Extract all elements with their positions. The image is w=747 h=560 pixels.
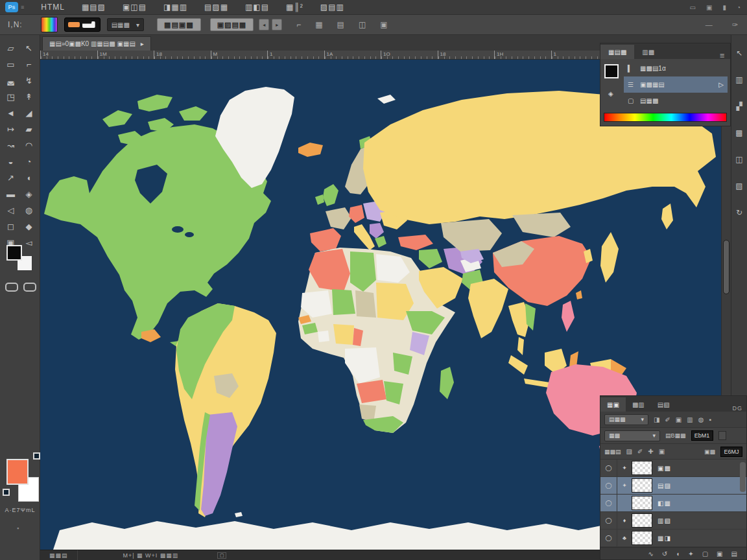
blur-tool[interactable]: ◒	[2, 154, 20, 170]
color-spectrum-bar[interactable]	[604, 113, 727, 122]
blend-mode-dropdown[interactable]: ▦▩ ▾	[604, 430, 660, 441]
menu-item[interactable]: ▤▨▦	[204, 3, 228, 12]
lock-all-icon[interactable]: ▣	[659, 448, 665, 455]
panel-tab[interactable]: ▩▥	[626, 397, 651, 412]
layer-thumbnail[interactable]	[632, 461, 652, 475]
mode-button[interactable]: ▦▤▣▩	[157, 18, 201, 31]
magnet-icon[interactable]: ⌐	[296, 20, 301, 29]
layer-visibility-icon[interactable]: ◯	[600, 477, 617, 494]
edit-toolbar-tool[interactable]: ◆	[20, 218, 38, 235]
default-colors-icon[interactable]	[3, 489, 10, 496]
pen-tool[interactable]: ↗	[2, 170, 20, 186]
panel-tab[interactable]: ▥▩	[634, 45, 662, 59]
history-item[interactable]: ▢ ▤▦▩	[624, 93, 728, 109]
layer-mask-icon[interactable]: ◖	[676, 550, 680, 557]
quick-select-tool[interactable]: ◛	[2, 73, 20, 89]
layer-name[interactable]: ▥▧	[658, 517, 671, 524]
delete-layer-icon[interactable]: ▤	[731, 550, 737, 557]
layer-thumbnail[interactable]	[632, 513, 652, 528]
pen-nib-icon[interactable]: ✑	[732, 21, 738, 29]
layers-menu-icon[interactable]: DG	[733, 405, 743, 412]
close-icon[interactable]: ◔	[737, 4, 741, 11]
dash-icon[interactable]: —	[706, 21, 713, 29]
folder-panel-icon[interactable]: ▧	[733, 180, 746, 192]
layer-row[interactable]: ◯ ◧▦	[600, 495, 746, 512]
frame-tool[interactable]: ◳	[2, 89, 20, 105]
zoom-level[interactable]: ▦▩▤	[40, 550, 78, 560]
layer-row[interactable]: ◯ ✦ ▣▩	[600, 460, 746, 477]
layer-thumbnail[interactable]	[632, 496, 652, 510]
brush-tool[interactable]: ◢	[20, 105, 38, 121]
current-color-swatch[interactable]	[604, 64, 619, 78]
gradient-preview[interactable]	[64, 18, 101, 32]
move-tool[interactable]: ↖	[20, 40, 38, 56]
history-item[interactable]: ☰ ▣▩▦▤ ▷	[624, 76, 728, 93]
zoom-tool[interactable]: ◻	[2, 218, 20, 235]
panel-menu-icon[interactable]: ≣	[720, 52, 725, 59]
minimize-icon[interactable]: ▭	[690, 4, 696, 11]
layer-visibility-icon[interactable]: ◯	[600, 495, 617, 511]
lock-transparent-icon[interactable]: ▨	[626, 448, 632, 455]
flag-tool[interactable]: ⌐	[20, 56, 38, 73]
hand-tool[interactable]: ◁	[2, 202, 20, 218]
foreground-color-swatch-2[interactable]	[6, 459, 29, 485]
book-panel-icon[interactable]: ◫	[733, 153, 746, 165]
layer-thumbnail[interactable]	[632, 531, 652, 545]
quick-mask-button[interactable]	[5, 283, 18, 292]
crop-tool[interactable]: ↯	[20, 73, 38, 89]
lock-pixels-icon[interactable]: ✐	[637, 448, 643, 455]
layer-list-scrollbar[interactable]	[740, 462, 746, 492]
filter-dropdown[interactable]: ▤▦▩ ▾	[604, 414, 648, 425]
filter-toggle-icon[interactable]: ▪	[709, 416, 711, 423]
filter-kind-icon[interactable]: ◨	[654, 416, 659, 423]
style-button[interactable]: ▣▨▤▦	[210, 18, 254, 31]
layer-visibility-icon[interactable]: ◯	[600, 512, 617, 529]
panel-icon[interactable]: ▤	[337, 20, 344, 29]
foreground-color-swatch[interactable]	[6, 245, 22, 261]
workspace-icon[interactable]: ◫	[359, 20, 366, 29]
styles-panel-icon[interactable]: ▩	[733, 126, 746, 139]
menu-item[interactable]: ▣◫▤	[123, 3, 147, 12]
filter-color-icon[interactable]: ◍	[698, 416, 704, 423]
layer-visibility-icon[interactable]: ◯	[600, 460, 617, 476]
tab-arrow-icon[interactable]: ▸	[141, 40, 144, 47]
layer-name[interactable]: ▣▩	[658, 465, 671, 472]
brush-panel-icon[interactable]: ▞	[733, 100, 746, 112]
group-layers-icon[interactable]: ▢	[702, 550, 708, 557]
lock-position-icon[interactable]: ✚	[648, 448, 653, 455]
menu-item[interactable]: HTML	[41, 3, 65, 12]
adjustment-layer-icon[interactable]: ✦	[688, 550, 693, 557]
clone-tool[interactable]: ↦	[2, 121, 20, 137]
menu-item[interactable]: ▥◧▤	[245, 3, 269, 12]
path-select-tool[interactable]: ▬	[2, 186, 20, 202]
cursor-icon[interactable]: ↖	[733, 47, 746, 59]
link-layers-icon[interactable]: ∿	[648, 550, 653, 557]
app-logo-icon[interactable]: Ps	[5, 2, 18, 12]
sync-panel-icon[interactable]: ↻	[733, 206, 746, 218]
layer-row[interactable]: ◯ ♣ ▦◨	[600, 530, 746, 547]
eyedropper-tool[interactable]: ↟	[20, 89, 38, 105]
type-tool[interactable]: ◖	[20, 170, 38, 186]
layer-name[interactable]: ◧▦	[658, 500, 671, 507]
prev-button[interactable]: ◂	[259, 19, 269, 30]
fill-value[interactable]: E6MJ	[720, 447, 742, 457]
filter-mode-icon[interactable]: ▣	[676, 416, 682, 423]
screen-icon[interactable]: ▣	[380, 20, 387, 29]
swap-colors-icon[interactable]	[33, 452, 40, 460]
new-layer-icon[interactable]: ▣	[717, 550, 722, 557]
history-brush-tool[interactable]: ▰	[20, 121, 38, 137]
status-mini-icon[interactable]: ▢	[217, 552, 226, 559]
menu-item[interactable]: ▦▤▧	[82, 3, 106, 12]
history-item[interactable]: ▍ ▦▩▤1α	[624, 60, 728, 76]
layer-name[interactable]: ▤▨	[658, 482, 671, 489]
marquee-tool[interactable]: ▱	[2, 40, 20, 56]
eraser-tool[interactable]: ↝	[2, 137, 20, 154]
document-tab[interactable]: ▦▤»0▣▩K0 ▥▦▤▩ ▣▦▤ ▸	[42, 36, 151, 51]
layer-visibility-icon[interactable]: ◯	[600, 530, 617, 546]
menu-item[interactable]: ▨▤▥	[320, 3, 344, 12]
lasso-tool[interactable]: ▭	[2, 56, 20, 73]
columns-icon[interactable]: ▥	[733, 73, 746, 86]
filter-effect-icon[interactable]: ✐	[665, 416, 670, 423]
heal-tool[interactable]: ◄	[2, 105, 20, 121]
toolbar-footer-icon[interactable]: ▪	[17, 525, 19, 531]
